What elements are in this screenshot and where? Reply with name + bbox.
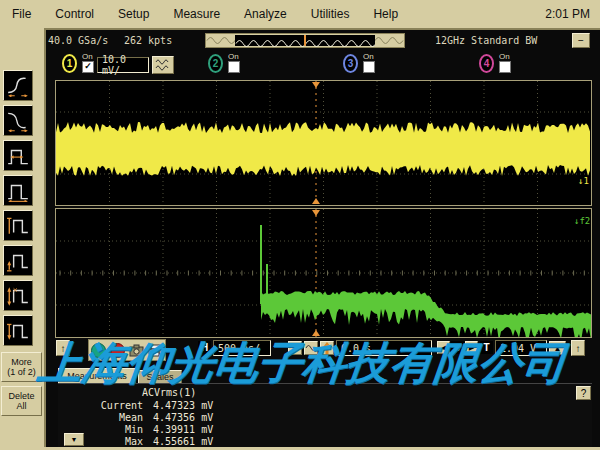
channel-1-badge[interactable]: 1	[62, 54, 77, 73]
top-graticule	[55, 80, 592, 206]
positive-width-button[interactable]	[3, 140, 33, 171]
v-min-button[interactable]	[3, 315, 33, 346]
v-min-icon	[6, 320, 30, 342]
channel-3-on-label: On	[363, 53, 374, 61]
menu-help[interactable]: Help	[361, 7, 410, 21]
rise-time-button[interactable]	[3, 70, 33, 101]
menu-control[interactable]: Control	[43, 7, 106, 21]
row-label: Mean	[58, 412, 143, 423]
function-2-ground-marker[interactable]: ↓f2	[574, 216, 590, 226]
measurement-row-mean: Mean 4.47356 mV	[58, 412, 213, 423]
period-button[interactable]	[3, 175, 33, 206]
channel-2-checkbox[interactable]	[228, 61, 240, 73]
clock: 2:01 PM	[545, 7, 600, 21]
down-triangle-icon: ▼	[71, 436, 78, 443]
vendor-watermark: 上海仰光电子科技有限公司	[35, 334, 600, 393]
channel-1-trace	[56, 81, 591, 205]
channel-4-on: On	[499, 53, 511, 73]
measurement-row-current: Current 4.47323 mV	[58, 400, 213, 411]
sample-rate: 40.0 GSa/s	[48, 35, 108, 46]
channel-2-on: On	[228, 53, 240, 73]
channel-3-checkbox[interactable]	[363, 61, 375, 73]
v-base-icon	[6, 250, 30, 272]
channel-1-scale[interactable]: 10.0 mV/	[97, 57, 149, 73]
channel-4-on-label: On	[499, 53, 510, 61]
fall-time-button[interactable]	[3, 105, 33, 136]
delete-all-label: Delete	[8, 391, 34, 401]
channel-1-coupling-button[interactable]	[152, 56, 174, 74]
v-pp-button[interactable]	[3, 280, 33, 311]
measurements-scroll-down-button[interactable]: ▼	[64, 433, 84, 446]
row-label: Current	[58, 400, 143, 411]
v-base-button[interactable]	[3, 245, 33, 276]
more-button-label: More	[11, 357, 32, 367]
channel-1-on-label: On	[82, 53, 93, 61]
channel-1-checkbox[interactable]: ✓	[82, 61, 94, 73]
channel-4-checkbox[interactable]	[499, 61, 511, 73]
v-pp-icon	[6, 285, 30, 307]
coupling-wave-icon	[155, 58, 171, 72]
row-value: 4.47323 mV	[153, 400, 213, 411]
preview-window[interactable]	[235, 35, 375, 46]
more-button-page: (1 of 2)	[7, 367, 36, 377]
menu-bar: File Control Setup Measure Analyze Utili…	[0, 0, 600, 30]
menu-file[interactable]: File	[0, 7, 43, 21]
channel-2-badge[interactable]: 2	[208, 54, 223, 73]
channel-3-on: On	[363, 53, 375, 73]
menu-utilities[interactable]: Utilities	[299, 7, 362, 21]
channel-2-on-label: On	[228, 53, 239, 61]
channel-3-badge[interactable]: 3	[343, 54, 358, 73]
bottom-graticule	[55, 208, 592, 338]
waveform-preview-bar[interactable]	[205, 33, 405, 48]
menu-analyze[interactable]: Analyze	[232, 7, 299, 21]
channel-4-badge[interactable]: 4	[479, 54, 494, 73]
period-icon	[6, 180, 30, 202]
channel-1-ground-marker[interactable]: ↓1	[578, 176, 589, 186]
channel-1-on: On ✓	[82, 53, 94, 73]
row-value: 4.55661 mV	[153, 436, 213, 447]
v-top-icon	[6, 215, 30, 237]
menu-setup[interactable]: Setup	[106, 7, 161, 21]
rise-time-icon	[6, 75, 30, 97]
memory-depth: 262 kpts	[124, 35, 172, 46]
delete-all-label2: All	[16, 401, 26, 411]
fall-time-icon	[6, 110, 30, 132]
minimize-button[interactable]: −	[572, 33, 590, 48]
v-top-button[interactable]	[3, 210, 33, 241]
preview-trigger-marker	[304, 35, 306, 46]
function-2-trace	[56, 209, 591, 337]
row-value: 4.39911 mV	[153, 424, 213, 435]
bandwidth: 12GHz Standard BW	[435, 35, 537, 46]
positive-width-icon	[6, 145, 30, 167]
oscilloscope-screen: File Control Setup Measure Analyze Utili…	[0, 0, 600, 450]
row-value: 4.47356 mV	[153, 412, 213, 423]
menu-measure[interactable]: Measure	[161, 7, 232, 21]
